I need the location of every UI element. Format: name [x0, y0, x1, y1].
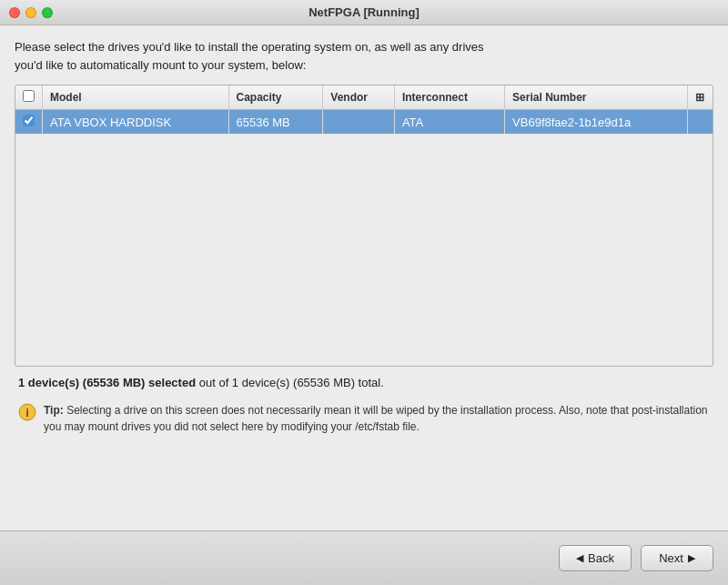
- close-button[interactable]: [9, 7, 20, 18]
- next-label: Next: [659, 551, 683, 565]
- drives-table: Model Capacity Vendor Interconnect Seria…: [15, 86, 713, 134]
- description-line2: you'd like to automatically mount to you…: [15, 58, 306, 72]
- back-button[interactable]: ◀ Back: [559, 545, 632, 571]
- table-row[interactable]: ATA VBOX HARDDISK 65536 MB ATA VB69f8fae…: [15, 110, 713, 135]
- status-selected: 1 device(s) (65536 MB) selected: [18, 376, 196, 389]
- row-vendor: [323, 110, 395, 135]
- bottom-bar: ◀ Back Next ▶: [0, 530, 728, 585]
- minimize-button[interactable]: [25, 7, 36, 18]
- tip-icon: i: [18, 403, 36, 421]
- tip-label: Tip:: [44, 404, 64, 417]
- header-serial: Serial Number: [505, 86, 687, 110]
- header-vendor: Vendor: [323, 86, 395, 110]
- tip-section: i Tip: Selecting a drive on this screen …: [15, 395, 713, 442]
- maximize-button[interactable]: [42, 7, 53, 18]
- header-interconnect: Interconnect: [394, 86, 504, 110]
- drives-table-container: Model Capacity Vendor Interconnect Seria…: [15, 85, 713, 367]
- description-line1: Please select the drives you'd like to i…: [15, 40, 484, 54]
- tip-content: Selecting a drive on this screen does no…: [44, 404, 708, 433]
- header-capacity: Capacity: [228, 86, 323, 110]
- header-checkbox-col: [15, 86, 43, 110]
- svg-text:i: i: [25, 406, 29, 419]
- row-checkbox[interactable]: [23, 115, 35, 126]
- row-model: ATA VBOX HARDDISK: [43, 110, 229, 135]
- next-button[interactable]: Next ▶: [641, 545, 713, 571]
- table-header-row: Model Capacity Vendor Interconnect Seria…: [15, 86, 713, 110]
- title-bar: NetFPGA [Running]: [0, 0, 728, 25]
- row-capacity: 65536 MB: [228, 110, 323, 135]
- back-label: Back: [588, 551, 614, 565]
- tip-text: Tip: Selecting a drive on this screen do…: [44, 402, 710, 435]
- row-action: [687, 110, 713, 135]
- window-title: NetFPGA [Running]: [308, 5, 420, 19]
- status-total: out of 1 device(s) (65536 MB) total.: [199, 376, 384, 389]
- status-bar: 1 device(s) (65536 MB) selected out of 1…: [15, 367, 713, 395]
- select-all-checkbox[interactable]: [23, 90, 35, 102]
- row-serial: VB69f8fae2-1b1e9d1a: [505, 110, 687, 135]
- header-action[interactable]: ⊞: [687, 86, 713, 110]
- main-content: Please select the drives you'd like to i…: [0, 25, 728, 451]
- description: Please select the drives you'd like to i…: [15, 38, 713, 74]
- next-icon: ▶: [688, 552, 695, 564]
- row-interconnect: ATA: [394, 110, 504, 135]
- traffic-lights: [9, 7, 53, 18]
- back-icon: ◀: [576, 552, 583, 564]
- row-checkbox-cell: [15, 110, 43, 135]
- header-model: Model: [43, 86, 229, 110]
